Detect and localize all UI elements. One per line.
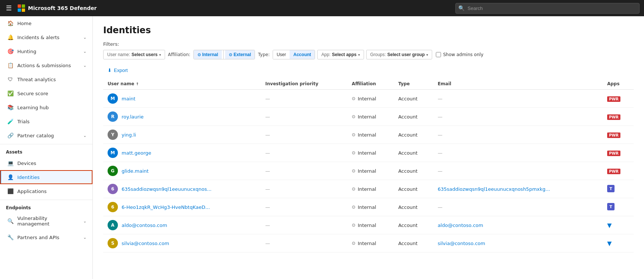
sidebar-item-learning[interactable]: 📚 Learning hub: [0, 100, 92, 114]
user-name-link[interactable]: aldo@contoso.com: [122, 223, 167, 228]
table-row: R roy.laurie — ⊙ Internal Account—PWR: [103, 108, 634, 126]
apps-cell: [603, 198, 634, 216]
user-name-link[interactable]: glide.maint: [122, 168, 148, 174]
affiliation-filter-label: Affiliation:: [168, 52, 190, 57]
topbar: ☰ Microsoft 365 Defender 🔍: [0, 0, 644, 16]
divider-endpoints: [0, 200, 92, 200]
sidebar-item-actions[interactable]: 📋 Actions & submissions ⌄: [0, 58, 92, 72]
sidebar: 🏠 Home 🔔 Incidents & alerts ⌄ 🎯 Hunting …: [0, 16, 93, 279]
user-name-link[interactable]: silvia@contoso.com: [122, 241, 169, 246]
col-username[interactable]: User name ↑: [103, 78, 261, 90]
external-icon: ⊙: [229, 52, 232, 57]
type-value: Account: [398, 96, 418, 101]
email-link[interactable]: 635saddiozwqsn9ql1eeuunucxqnosh5pmxkg...: [438, 186, 550, 192]
sidebar-item-hunting[interactable]: 🎯 Hunting ⌄: [0, 44, 92, 58]
investigation-value: —: [265, 223, 270, 228]
sidebar-item-partner[interactable]: 🔗 Partner catalog ⌄: [0, 128, 92, 142]
sidebar-item-trials-label: Trials: [17, 119, 87, 124]
hamburger-button[interactable]: ☰: [4, 3, 13, 13]
type-user-button[interactable]: User: [273, 50, 290, 59]
sidebar-item-trials[interactable]: 🧪 Trials: [0, 114, 92, 128]
type-cell: Account: [394, 90, 433, 108]
sidebar-item-threat[interactable]: 🛡 Threat analytics: [0, 72, 92, 86]
user-name-link[interactable]: maint: [122, 96, 136, 101]
show-admins-checkbox[interactable]: [436, 52, 441, 57]
affiliation-value: Internal: [358, 114, 376, 120]
user-name-link[interactable]: ying.li: [122, 132, 136, 138]
sidebar-item-home[interactable]: 🏠 Home: [0, 16, 92, 30]
affiliation-value: Internal: [358, 223, 376, 228]
page-title: Identities: [103, 25, 634, 35]
avatar: 6: [108, 184, 118, 194]
chevron-down-icon: ⌄: [83, 49, 87, 54]
app-badge: PWR: [607, 132, 620, 138]
user-name-link[interactable]: 635saddiozwqsn9ql1eeuunucxqnos...: [122, 186, 211, 192]
investigation-cell: —: [261, 162, 347, 180]
sidebar-item-incidents-label: Incidents & alerts: [17, 35, 80, 40]
user-name-link[interactable]: matt.george: [122, 150, 151, 156]
affiliation-cell: ⊙ Internal: [347, 126, 394, 144]
affiliation-internal-button[interactable]: ⊙ Internal: [194, 50, 222, 59]
teams-icon: [607, 203, 615, 210]
app-badge: PWR: [607, 151, 620, 156]
investigation-value: —: [265, 132, 270, 138]
export-button[interactable]: ⬇ Export: [103, 65, 132, 75]
email-link[interactable]: aldo@contoso.com: [438, 223, 483, 228]
sidebar-item-partners-apis[interactable]: 🔧 Partners and APIs ⌄: [0, 230, 92, 244]
investigation-cell: —: [261, 180, 347, 198]
affiliation-external-button[interactable]: ⊙ External: [225, 50, 255, 59]
defender-icon: ▼: [607, 240, 612, 247]
type-cell: Account: [394, 144, 433, 162]
search-input[interactable]: [455, 3, 640, 14]
email-value: —: [438, 168, 442, 174]
affiliation-cell: ⊙ Internal: [347, 198, 394, 216]
apps-cell: PWR: [603, 162, 634, 180]
table-row: S silvia@contoso.com — ⊙ Internal Accoun…: [103, 234, 634, 252]
app-badge: PWR: [607, 114, 620, 120]
show-admins-toggle[interactable]: Show admins only: [436, 52, 483, 57]
divider-assets: [0, 144, 92, 144]
type-cell: Account: [394, 198, 433, 216]
avatar: M: [108, 148, 118, 158]
sidebar-item-applications[interactable]: ⬛ Applications: [0, 184, 92, 198]
affiliation-value: Internal: [358, 168, 376, 174]
app-badge: PWR: [607, 96, 620, 102]
sidebar-item-learning-label: Learning hub: [17, 105, 87, 110]
email-cell: silvia@contoso.com: [433, 234, 603, 252]
sidebar-item-identities[interactable]: 👤 Identities: [0, 170, 92, 184]
user-name-cell: G glide.maint: [103, 162, 261, 180]
type-value: Account: [398, 114, 418, 120]
avatar: Y: [108, 130, 118, 140]
affiliation-value: Internal: [358, 150, 376, 156]
sidebar-item-devices[interactable]: 💻 Devices: [0, 156, 92, 170]
investigation-cell: —: [261, 144, 347, 162]
user-name-cell: S silvia@contoso.com: [103, 234, 261, 252]
investigation-value: —: [265, 114, 270, 120]
user-name-link[interactable]: roy.laurie: [122, 114, 144, 120]
type-value: Account: [398, 132, 418, 138]
type-account-button[interactable]: Account: [290, 50, 315, 59]
email-link[interactable]: silvia@contoso.com: [438, 241, 485, 246]
learning-icon: 📚: [7, 104, 14, 111]
affiliation-icon: ⊙: [352, 168, 356, 173]
app-filter-button[interactable]: App: Select apps ▾: [317, 50, 364, 59]
type-cell: Account: [394, 216, 433, 234]
sidebar-item-incidents[interactable]: 🔔 Incidents & alerts ⌄: [0, 30, 92, 44]
search-bar: 🔍: [455, 3, 640, 14]
sidebar-item-vuln[interactable]: 🔍 Vulnerability management ⌄: [0, 212, 92, 230]
groups-filter-button[interactable]: Groups: Select user group ▾: [366, 50, 432, 59]
user-name-cell: Y ying.li: [103, 126, 261, 144]
teams-icon: [607, 185, 615, 192]
email-cell: —: [433, 126, 603, 144]
sidebar-item-secure[interactable]: ✅ Secure score: [0, 86, 92, 100]
user-name-cell: A aldo@contoso.com: [103, 216, 261, 234]
avatar: S: [108, 238, 118, 248]
investigation-cell: —: [261, 234, 347, 252]
username-filter-button[interactable]: User name: Select users ▾: [103, 50, 165, 59]
sidebar-item-partner-label: Partner catalog: [17, 133, 80, 138]
affiliation-icon: ⊙: [352, 186, 356, 192]
user-name-link[interactable]: 6-Heo1zqkR_WcHg3-HveNbtqKaeD...: [122, 204, 210, 210]
type-cell: Account: [394, 180, 433, 198]
apps-cell: PWR: [603, 126, 634, 144]
email-value: —: [438, 204, 442, 210]
